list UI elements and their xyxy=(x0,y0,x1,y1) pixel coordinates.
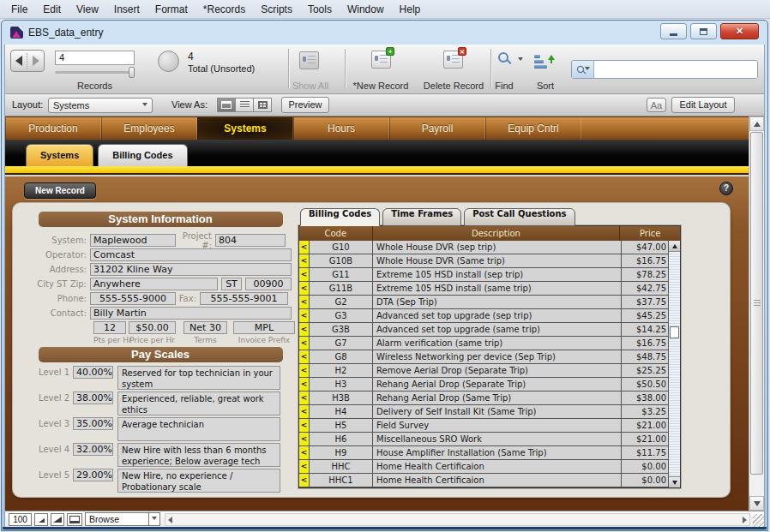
current-record-input[interactable]: 4 xyxy=(55,51,135,65)
description-cell[interactable]: Wireless Networking per device (Sep Trip… xyxy=(373,350,622,364)
zoom-out-button[interactable] xyxy=(34,513,48,526)
price-cell[interactable]: $78.25 xyxy=(622,268,670,282)
menu-item[interactable]: Scripts xyxy=(253,1,300,18)
state-field[interactable]: ST xyxy=(221,278,242,290)
code-cell[interactable]: H2 xyxy=(310,364,373,378)
code-cell[interactable]: H4 xyxy=(310,405,373,419)
record-slider-thumb[interactable] xyxy=(129,67,135,78)
price-cell[interactable]: $16.75 xyxy=(622,254,670,268)
menu-item[interactable]: Window xyxy=(340,1,392,18)
go-to-record-button[interactable]: < xyxy=(299,378,310,392)
show-all-button[interactable]: Show All xyxy=(288,81,333,91)
description-cell[interactable]: Advanced set top upgrade (same trip) xyxy=(373,323,622,337)
description-cell[interactable]: Home Health Certificaion xyxy=(373,460,622,474)
contact-field[interactable]: Billy Martin xyxy=(90,307,292,320)
go-to-record-button[interactable]: < xyxy=(299,350,310,364)
pay-description-field[interactable]: New Hire, no experience / Probationary s… xyxy=(117,469,280,493)
table-scroll-up-button[interactable] xyxy=(669,241,680,252)
pay-percent-field[interactable]: 35.00% xyxy=(73,417,113,430)
go-to-record-button[interactable]: < xyxy=(299,268,310,282)
code-cell[interactable]: G10B xyxy=(310,254,373,268)
menu-item[interactable]: Tools xyxy=(300,1,340,18)
find-dropdown-caret[interactable] xyxy=(518,57,523,63)
description-cell[interactable]: Extreme 105 HSD install (sep trip) xyxy=(373,268,622,282)
scroll-up-button[interactable] xyxy=(749,117,764,131)
sub-tab[interactable]: Billing Codes xyxy=(98,144,187,166)
system-field[interactable]: Maplewood xyxy=(90,234,176,247)
record-navigation-book[interactable] xyxy=(10,50,45,72)
table-scroll-thumb[interactable] xyxy=(670,326,679,338)
invoice-prefix-field[interactable]: MPL xyxy=(233,321,295,334)
view-table-button[interactable] xyxy=(253,98,272,112)
description-cell[interactable]: Home Health Certificaion xyxy=(373,474,622,487)
billing-tab[interactable]: Post Call Questions xyxy=(464,208,574,226)
go-to-record-button[interactable]: < xyxy=(299,296,310,309)
price-cell[interactable]: $42.75 xyxy=(622,282,670,296)
menu-item[interactable]: Help xyxy=(392,1,429,18)
layout-dropdown[interactable]: Systems xyxy=(48,98,153,113)
price-cell[interactable]: $21.00 xyxy=(622,419,670,433)
pay-percent-field[interactable]: 38.00% xyxy=(73,392,113,404)
code-cell[interactable]: G3 xyxy=(310,309,373,323)
billing-table-scrollbar[interactable] xyxy=(668,241,680,487)
scroll-right-icon[interactable] xyxy=(743,517,747,523)
view-form-button[interactable] xyxy=(217,98,236,112)
description-cell[interactable]: Extreme 105 HSD install (same trip) xyxy=(373,282,622,296)
price-cell[interactable]: $48.75 xyxy=(622,350,670,364)
pay-description-field[interactable]: Average technician xyxy=(117,417,280,441)
description-cell[interactable]: Whole House DVR (Same trip) xyxy=(373,254,622,268)
main-tab[interactable]: Payroll xyxy=(389,117,485,140)
city-field[interactable]: Anywhere xyxy=(90,278,218,290)
sub-tab[interactable]: Systems xyxy=(26,144,93,166)
sort-button[interactable]: Sort xyxy=(532,81,559,91)
price-cell[interactable]: $25.25 xyxy=(622,364,670,378)
code-cell[interactable]: H5 xyxy=(310,419,373,433)
title-bar[interactable]: EBS_data_entry ✕ xyxy=(4,21,765,45)
window-resize-grip[interactable] xyxy=(753,514,764,527)
zoom-level-box[interactable]: 100 xyxy=(9,513,32,526)
price-cell[interactable]: $0.00 xyxy=(622,474,670,487)
pay-percent-field[interactable]: 29.00% xyxy=(73,469,113,481)
pay-percent-field[interactable]: 32.00% xyxy=(73,443,113,456)
pay-description-field[interactable]: Reserved for top technician in your syst… xyxy=(117,366,280,390)
scroll-down-button[interactable] xyxy=(749,496,764,511)
delete-record-button[interactable]: Delete Record xyxy=(418,81,489,91)
previous-record-button[interactable] xyxy=(11,53,27,69)
content-vertical-scrollbar[interactable] xyxy=(749,117,764,511)
code-cell[interactable]: H3 xyxy=(310,378,373,392)
fax-field[interactable]: 555-555-9001 xyxy=(200,292,288,305)
menu-item[interactable]: File xyxy=(3,1,35,18)
quick-find-magnifier[interactable] xyxy=(572,61,594,78)
go-to-record-button[interactable]: < xyxy=(299,241,310,254)
next-record-button[interactable] xyxy=(27,53,44,69)
code-cell[interactable]: H3B xyxy=(310,392,373,405)
zip-field[interactable]: 00900 xyxy=(245,278,292,290)
record-slider[interactable] xyxy=(55,71,135,74)
code-cell[interactable]: G7 xyxy=(310,337,373,350)
description-cell[interactable]: Rehang Aerial Drop (Same Trip) xyxy=(373,392,622,405)
found-set-pie-icon[interactable] xyxy=(158,51,179,72)
pay-percent-field[interactable]: 40.00% xyxy=(73,366,113,379)
go-to-record-button[interactable]: < xyxy=(299,254,310,268)
code-cell[interactable]: G2 xyxy=(310,296,373,309)
pay-description-field[interactable]: Experienced, reliable, great work ethics xyxy=(117,392,280,415)
mode-dropdown-caret[interactable] xyxy=(148,513,159,525)
description-cell[interactable]: Miscellaneous SRO Work xyxy=(373,433,622,446)
project-field[interactable]: 804 xyxy=(215,234,286,247)
edit-layout-button[interactable]: Edit Layout xyxy=(671,97,735,113)
price-cell[interactable]: $11.75 xyxy=(622,446,670,460)
main-tab[interactable]: Systems xyxy=(197,117,293,140)
terms-field[interactable]: Net 30 xyxy=(183,321,227,334)
close-button[interactable]: ✕ xyxy=(720,23,759,39)
code-cell[interactable]: G11 xyxy=(310,268,373,282)
price-cell[interactable]: $38.00 xyxy=(622,392,670,405)
go-to-record-button[interactable]: < xyxy=(299,433,310,446)
main-tab[interactable]: Hours xyxy=(293,117,389,140)
zoom-in-button[interactable] xyxy=(51,513,64,526)
horizontal-scrollbar[interactable] xyxy=(165,513,750,526)
code-cell[interactable]: G11B xyxy=(310,282,373,296)
go-to-record-button[interactable]: < xyxy=(299,282,310,296)
description-cell[interactable]: Advanced set top upgrade (sep trip) xyxy=(373,309,622,323)
price-cell[interactable]: $37.75 xyxy=(622,296,670,309)
price-cell[interactable]: $45.25 xyxy=(622,309,670,323)
